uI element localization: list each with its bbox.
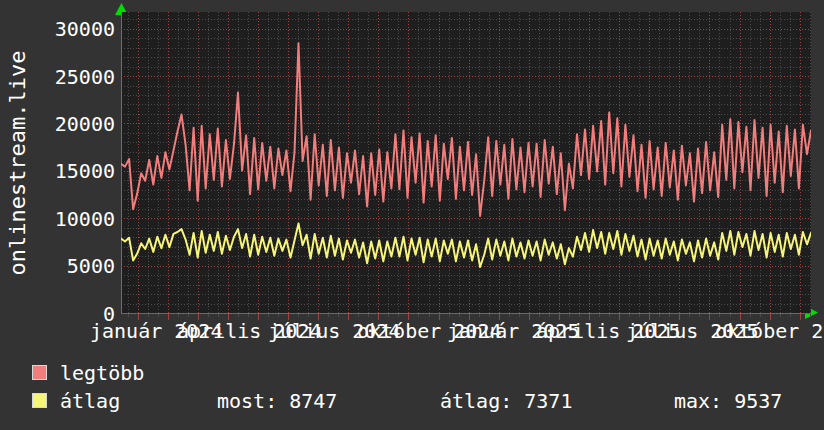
y-tick-label: 10000 [31, 207, 115, 231]
graph-vertical-title: onlinestream.live [5, 50, 30, 275]
legend-label-legtobb: legtöbb [60, 362, 144, 384]
plot-area [121, 12, 811, 314]
y-tick-label: 30000 [31, 17, 115, 41]
legend-swatch-legtobb [32, 365, 47, 380]
rrd-graph: onlinestream.live 3000025000200001500010… [0, 0, 824, 430]
y-tick-label: 25000 [31, 65, 115, 89]
y-tick-label: 20000 [31, 112, 115, 136]
x-tick-label: október 2025 [715, 319, 824, 343]
y-tick-label: 5000 [31, 254, 115, 278]
stat-max: max: 9537 [674, 390, 782, 412]
y-tick-label: 15000 [31, 159, 115, 183]
legend-label-atlag: átlag [60, 390, 120, 412]
stat-atlag: átlag: 7371 [440, 390, 572, 412]
stat-most: most: 8747 [217, 390, 337, 412]
legend-swatch-atlag [32, 393, 47, 408]
